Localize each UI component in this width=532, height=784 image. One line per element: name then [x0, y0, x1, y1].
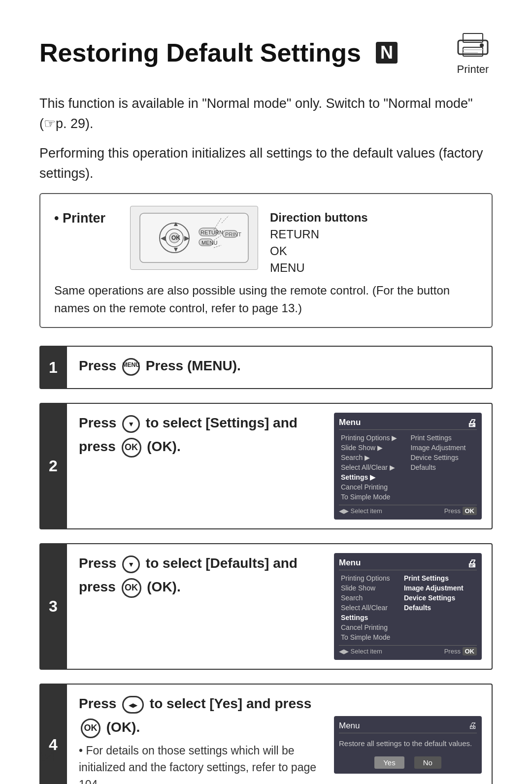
s3-r6-r — [402, 622, 477, 632]
s2-r6-l: Cancel Printing — [339, 482, 408, 492]
s3-r1-r: Print Settings — [402, 573, 477, 583]
step-1: 1 Press MENU Press (MENU). — [39, 346, 493, 389]
step-4-line2: OK (OK). — [79, 717, 324, 738]
step-2-text: Press to select [Settings] and press OK … — [79, 413, 324, 460]
step-2-content: Press to select [Settings] and press OK … — [67, 403, 493, 529]
page-number: 54 — [39, 748, 56, 764]
s3-r3-r: Device Settings — [402, 593, 477, 603]
s2-r2-r: Image Adjustment — [408, 443, 477, 453]
screen-3-title: Menu 🖨 — [339, 558, 477, 570]
info-box-note: Same operations are also possible using … — [54, 282, 478, 317]
screen-3: Menu 🖨 Printing OptionsPrint Settings Sl… — [334, 553, 482, 660]
menu-label: MENU — [270, 261, 368, 275]
step-2-line1: Press to select [Settings] and — [79, 413, 324, 433]
menu-circle-icon: MENU — [122, 358, 140, 376]
step-2: 2 Press to select [Settings] and press O… — [39, 403, 493, 529]
body-text-1: This function is available in "Normal mo… — [39, 94, 493, 133]
screen-3-table: Printing OptionsPrint Settings Slide Sho… — [339, 573, 477, 642]
menu-button-icon: MENU — [120, 358, 142, 376]
s2-r1-l: Printing Options ▶ — [339, 433, 408, 443]
return-label: RETURN — [270, 228, 368, 241]
nav-down-icon-3 — [122, 555, 140, 573]
step-3-line2: press OK (OK). — [79, 577, 324, 598]
title-row: Restoring Default Settings N Printer — [39, 30, 493, 76]
s2-r5-r — [408, 472, 477, 482]
s3-r4-r: Defaults — [402, 603, 477, 613]
svg-rect-4 — [463, 49, 483, 50]
step-1-instruction: Press MENU Press (MENU). — [79, 356, 482, 376]
svg-text:▶: ▶ — [184, 234, 190, 242]
step-1-text: Press MENU Press (MENU). — [79, 356, 482, 379]
direction-buttons-label: Direction buttons — [270, 211, 368, 225]
step-1-content: Press MENU Press (MENU). — [67, 346, 493, 389]
s2-r2-l: Slide Show ▶ — [339, 443, 408, 453]
s2-r7-l: To Simple Mode — [339, 492, 408, 502]
yes-button: Yes — [374, 756, 404, 769]
ok-label: OK — [270, 244, 368, 258]
s3-r7-l: To Simple Mode — [339, 632, 402, 642]
screen-4-buttons: Yes No — [339, 756, 477, 769]
screen-4-title: Menu 🖨 — [339, 721, 477, 733]
s2-r7-r — [408, 492, 477, 502]
ok-button-4: OK — [81, 719, 100, 738]
screen-2-nav: ◀▶ Select item — [339, 507, 382, 515]
svg-rect-6 — [140, 213, 248, 262]
svg-text:▼: ▼ — [172, 245, 179, 253]
step-3-number: 3 — [39, 543, 67, 670]
svg-text:PRINT: PRINT — [225, 231, 241, 237]
no-button: No — [414, 756, 441, 769]
s2-r6-r — [408, 482, 477, 492]
body-text-2: Performing this operation initializes al… — [39, 143, 493, 183]
page-title: Restoring Default Settings — [39, 38, 361, 67]
s2-r4-l: Select All/Clear ▶ — [339, 462, 408, 472]
screen-3-bottom: ◀▶ Select item Press OK — [339, 645, 477, 655]
printer-diagram: ▲ ▼ ◀ ▶ OK RETURN MENU PRINT — [130, 206, 258, 270]
s3-r2-r: Image Adjustment — [402, 583, 477, 593]
s2-r3-l: Search ▶ — [339, 453, 408, 462]
step-3-text: Press to select [Defaults] and press OK … — [79, 553, 324, 601]
step-2-number: 2 — [39, 403, 67, 529]
s2-r1-r: Print Settings — [408, 433, 477, 443]
info-printer-label: • Printer — [54, 211, 118, 226]
s3-r2-l: Slide Show — [339, 583, 402, 593]
screen-2-bottom: ◀▶ Select item Press OK — [339, 505, 477, 515]
screen-3-ok: Press OK — [444, 648, 477, 655]
s3-r4-l: Select All/Clear — [339, 603, 402, 613]
svg-rect-5 — [463, 52, 478, 53]
step-4-line1: Press to select [Yes] and press — [79, 693, 324, 714]
screen-2-table: Printing Options ▶Print Settings Slide S… — [339, 433, 477, 502]
svg-text:OK: OK — [171, 234, 180, 241]
svg-text:RETURN: RETURN — [200, 229, 223, 235]
ok-button-3: OK — [122, 578, 141, 598]
screen-4: Menu 🖨 Restore all settings to the defau… — [334, 716, 482, 774]
info-box-top: • Printer ▲ ▼ ◀ ▶ OK — [54, 206, 478, 275]
printer-label: Printer — [457, 63, 489, 75]
nav-down-icon-2 — [122, 415, 140, 433]
svg-text:◀: ◀ — [161, 234, 166, 242]
screen-2-icon: 🖨 — [467, 418, 477, 429]
svg-text:▲: ▲ — [172, 220, 179, 228]
step-3-content: Press to select [Defaults] and press OK … — [67, 543, 493, 670]
title-badge: N — [376, 42, 398, 64]
step-4-text: Press to select [Yes] and press OK (OK).… — [79, 693, 324, 784]
step-4-content: Press to select [Yes] and press OK (OK).… — [67, 684, 493, 784]
direction-labels: Direction buttons RETURN OK MENU — [270, 211, 368, 275]
s3-r5-l: Settings — [339, 613, 402, 622]
s3-r5-r — [402, 613, 477, 622]
step-4-subnote: • For details on those settings which wi… — [79, 742, 324, 784]
s3-r6-l: Cancel Printing — [339, 622, 402, 632]
s2-r3-r: Device Settings — [408, 453, 477, 462]
s2-r5-l: Settings ▶ — [339, 472, 408, 482]
svg-text:MENU: MENU — [201, 240, 217, 246]
screen-2-title: Menu 🖨 — [339, 418, 477, 430]
s3-r3-l: Search — [339, 593, 402, 603]
info-box: • Printer ▲ ▼ ◀ ▶ OK — [39, 193, 493, 328]
s2-r4-r: Defaults — [408, 462, 477, 472]
screen-2: Menu 🖨 Printing Options ▶Print Settings … — [334, 413, 482, 520]
step-4: 4 Press to select [Yes] and press OK (OK… — [39, 684, 493, 784]
nav-lr-icon-4 — [122, 696, 144, 714]
step-3-line1: Press to select [Defaults] and — [79, 553, 324, 574]
printer-diagram-svg: ▲ ▼ ◀ ▶ OK RETURN MENU PRINT — [135, 208, 253, 267]
screen-2-ok: Press OK — [444, 507, 477, 515]
printer-icon — [453, 30, 493, 61]
